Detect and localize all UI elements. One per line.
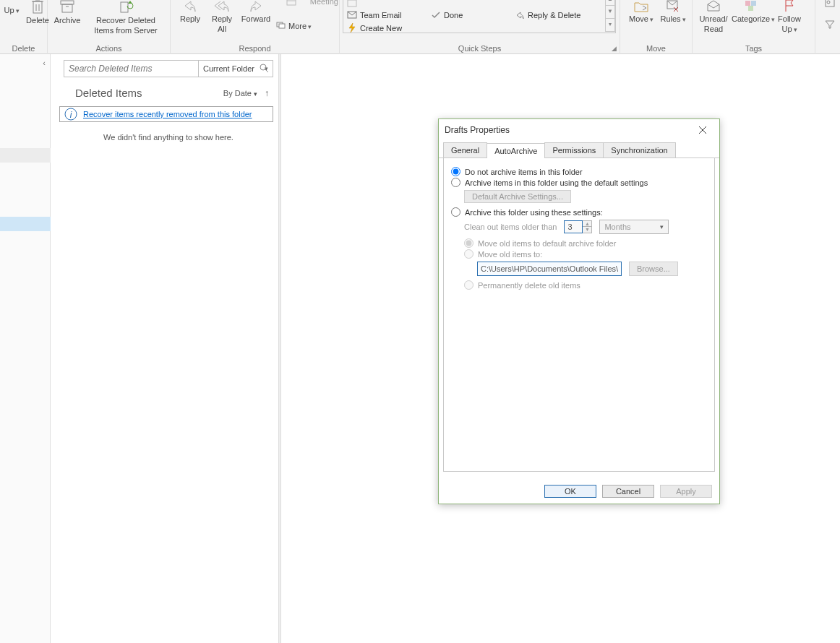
quicksteps-expand[interactable]: ▾ bbox=[605, 19, 615, 32]
move-icon bbox=[633, 0, 649, 13]
search-input[interactable] bbox=[64, 60, 198, 77]
folder-title: Deleted Items bbox=[64, 87, 142, 99]
expand-folder-pane[interactable]: ‹ bbox=[43, 59, 46, 67]
ribbon-more-right[interactable] bbox=[821, 0, 839, 7]
group-label-move: Move bbox=[620, 44, 692, 53]
svg-line-24 bbox=[265, 69, 268, 72]
browse-button: Browse... bbox=[629, 262, 678, 276]
svg-marker-16 bbox=[349, 23, 355, 33]
quicksteps-scroll-up[interactable]: ▲ bbox=[605, 0, 615, 6]
reply-all-icon bbox=[213, 0, 231, 13]
group-label-delete: Delete bbox=[0, 44, 47, 53]
svg-rect-8 bbox=[121, 2, 128, 12]
radio-move-to: Move old items to: bbox=[464, 249, 707, 259]
followup-button[interactable]: Follow Up bbox=[773, 0, 805, 34]
filter-icon bbox=[825, 20, 835, 29]
tab-general[interactable]: General bbox=[443, 142, 487, 157]
reply-button[interactable]: Reply bbox=[175, 0, 205, 23]
quickstep-done[interactable]: Done bbox=[431, 9, 463, 21]
svg-rect-14 bbox=[348, 0, 356, 7]
radio-do-not-archive[interactable]: Do not archive items in this folder bbox=[451, 167, 707, 176]
more-icon bbox=[276, 22, 286, 29]
svg-point-23 bbox=[260, 64, 266, 70]
archive-button[interactable]: Archive bbox=[52, 0, 82, 25]
tab-permissions[interactable]: Permissions bbox=[544, 142, 604, 157]
svg-rect-18 bbox=[745, 1, 750, 6]
flag-icon bbox=[782, 0, 797, 13]
radio-move-default: Move old items to default archive folder bbox=[464, 238, 707, 248]
delete-icon bbox=[30, 0, 45, 14]
sort-by-dropdown[interactable]: By Date ▾ bbox=[223, 89, 257, 98]
radio-default-settings[interactable]: Archive items in this folder using the d… bbox=[451, 178, 707, 187]
categorize-icon bbox=[744, 0, 760, 13]
meeting-button[interactable]: Meeting bbox=[276, 0, 338, 6]
sort-direction-toggle[interactable]: ↑ bbox=[265, 88, 269, 98]
reply-icon bbox=[182, 0, 198, 13]
age-input bbox=[564, 220, 583, 233]
quickstep-reply-delete[interactable]: Reply & Delete bbox=[515, 9, 580, 21]
radio-custom-settings[interactable]: Archive this folder using these settings… bbox=[451, 207, 707, 217]
reply-icon bbox=[515, 11, 525, 19]
apply-button: Apply bbox=[660, 485, 712, 498]
categorize-button[interactable]: Categorize bbox=[732, 0, 772, 24]
svg-rect-13 bbox=[279, 24, 285, 28]
mail-icon bbox=[347, 11, 357, 19]
svg-point-22 bbox=[827, 1, 830, 4]
unread-read-button[interactable]: Unread/ Read bbox=[697, 0, 730, 33]
more-respond-button[interactable]: More bbox=[276, 22, 338, 30]
svg-marker-9 bbox=[128, 1, 132, 4]
check-icon bbox=[431, 11, 441, 19]
contact-icon bbox=[825, 0, 835, 7]
dialog-title: Drafts Properties bbox=[445, 125, 510, 135]
folder-pane-collapsed: ‹ bbox=[0, 54, 51, 643]
svg-rect-19 bbox=[751, 1, 756, 6]
svg-rect-5 bbox=[61, 1, 74, 4]
quickstep-create-new[interactable]: Create New bbox=[347, 22, 402, 34]
recover-icon bbox=[117, 0, 134, 14]
drafts-properties-dialog: Drafts Properties General AutoArchive Pe… bbox=[438, 118, 720, 504]
archive-icon bbox=[59, 0, 75, 14]
clean-out-label: Clean out items older than bbox=[464, 223, 557, 231]
default-archive-settings-button: Default Archive Settings... bbox=[464, 190, 571, 203]
info-icon: i bbox=[64, 108, 77, 121]
folder-item[interactable] bbox=[0, 148, 51, 163]
delete-button[interactable]: Delete bbox=[25, 0, 51, 25]
ribbon: Up Delete Delete Archive Recover Deleted… bbox=[0, 0, 840, 54]
rules-icon bbox=[665, 0, 681, 13]
group-label-respond: Respond bbox=[171, 44, 339, 53]
svg-rect-0 bbox=[33, 1, 42, 13]
group-label-actions: Actions bbox=[48, 44, 170, 53]
archive-path-input bbox=[477, 262, 622, 276]
quickstep-team-email[interactable]: Team Email bbox=[347, 9, 401, 21]
age-unit-combo: Months bbox=[599, 220, 669, 234]
recover-deleted-button[interactable]: Recover Deleted Items from Server bbox=[84, 0, 168, 35]
tab-synchronization[interactable]: Synchronization bbox=[603, 142, 675, 157]
folder-item-selected[interactable] bbox=[0, 217, 51, 231]
ok-button[interactable]: OK bbox=[544, 485, 596, 498]
group-label-quicksteps: Quick Steps bbox=[340, 44, 620, 53]
svg-text:i: i bbox=[70, 110, 72, 120]
dialog-close-button[interactable] bbox=[692, 121, 713, 139]
svg-rect-6 bbox=[62, 4, 72, 12]
group-label-tags: Tags bbox=[693, 44, 815, 53]
recover-items-link[interactable]: Recover items recently removed from this… bbox=[83, 110, 252, 118]
forward-button[interactable]: Forward bbox=[239, 0, 273, 23]
list-reading-splitter[interactable] bbox=[278, 54, 281, 643]
spinner-down: ▼ bbox=[583, 227, 591, 233]
ribbon-filter-right[interactable] bbox=[821, 20, 839, 29]
move-button[interactable]: Move bbox=[626, 0, 656, 24]
tab-autoarchive[interactable]: AutoArchive bbox=[487, 143, 545, 158]
recover-info-bar: i Recover items recently removed from th… bbox=[59, 106, 273, 122]
rules-button[interactable]: Rules bbox=[658, 0, 688, 24]
forward-icon bbox=[248, 0, 264, 13]
quicksteps-scroll-down[interactable]: ▼ bbox=[605, 6, 615, 19]
radio-permanently-delete: Permanently delete old items bbox=[464, 280, 707, 290]
search-icon[interactable] bbox=[259, 63, 269, 75]
spinner-up: ▲ bbox=[583, 221, 591, 227]
mail-open-icon bbox=[706, 0, 721, 13]
meeting-icon bbox=[286, 0, 296, 6]
cancel-button[interactable]: Cancel bbox=[602, 485, 654, 498]
reply-all-button[interactable]: Reply All bbox=[207, 0, 237, 33]
empty-folder-message: We didn't find anything to show here. bbox=[64, 133, 273, 142]
dialog-tabs: General AutoArchive Permissions Synchron… bbox=[439, 142, 719, 158]
